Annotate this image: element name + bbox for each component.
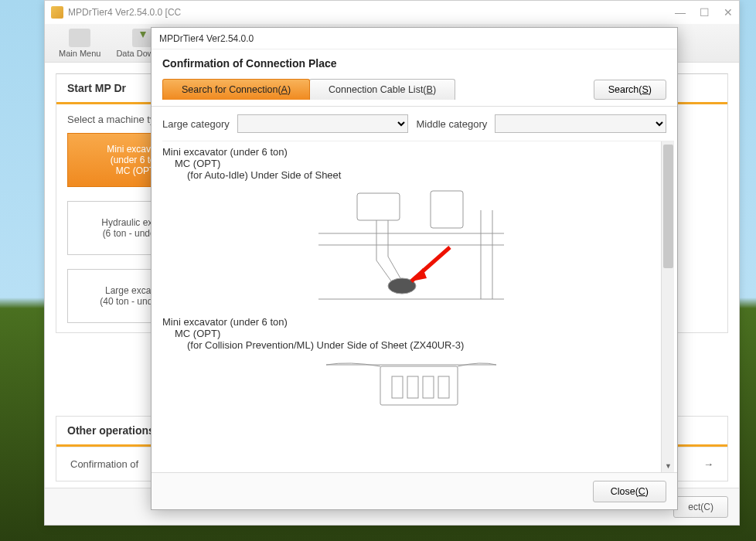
close-button[interactable]: Close(C)	[593, 481, 666, 502]
middle-category-select[interactable]	[495, 114, 666, 133]
result-entry: Mini excavator (under 6 ton) MC (OPT) (f…	[162, 146, 660, 181]
connection-place-dialog: MPDrTier4 Ver2.54.0.0 Confirmation of Co…	[151, 27, 678, 510]
close-window-button[interactable]: ✕	[724, 6, 733, 19]
main-menu-button[interactable]: Main Menu	[51, 27, 108, 60]
btn-key: S	[642, 84, 648, 95]
modal-title-text: MPDrTier4 Ver2.54.0.0	[159, 33, 254, 44]
btn-label: Close(	[611, 486, 639, 497]
other-ops-label: Confirmation of	[70, 458, 138, 470]
middle-category-label: Middle category	[416, 118, 487, 130]
window-buttons: — ☐ ✕	[675, 6, 733, 19]
maximize-button[interactable]: ☐	[700, 6, 710, 19]
large-category-select[interactable]	[237, 114, 409, 133]
main-titlebar: MPDrTier4 Ver2.54.0.0 [CC — ☐ ✕	[45, 1, 739, 24]
entry-line2: MC (OPT)	[162, 328, 660, 339]
tab-label-end: )	[433, 84, 436, 95]
modal-heading: Confirmation of Connection Place	[152, 49, 677, 79]
tab-row: Search for Connection(A) Connection Cabl…	[152, 79, 677, 106]
entry-line3: (for Collision Prevention/ML) Under Side…	[162, 339, 660, 351]
btn-label: Search(	[608, 84, 642, 95]
scrollbar-thumb[interactable]	[663, 145, 673, 268]
tab-label: Connection Cable List(	[329, 84, 426, 95]
scroll-down-icon[interactable]: ▼	[662, 459, 674, 472]
results-area: Mini excavator (under 6 ton) MC (OPT) (f…	[162, 141, 674, 472]
category-row: Large category Middle category	[152, 106, 677, 138]
btn-key: C	[639, 486, 645, 497]
main-title: MPDrTier4 Ver2.54.0.0 [CC	[68, 7, 181, 18]
modal-footer: Close(C)	[152, 472, 677, 509]
svg-rect-14	[438, 376, 449, 398]
result-entry: Mini excavator (under 6 ton) MC (OPT) (f…	[162, 316, 660, 351]
minimize-button[interactable]: —	[675, 6, 686, 19]
main-menu-label: Main Menu	[59, 49, 100, 58]
large-category-label: Large category	[162, 118, 230, 130]
scrollbar[interactable]: ▲ ▼	[661, 141, 674, 472]
entry-line1: Mini excavator (under 6 ton)	[162, 146, 660, 158]
connection-diagram-1	[303, 187, 519, 307]
search-button[interactable]: Search(S)	[594, 80, 666, 100]
btn-label-end: )	[649, 84, 652, 95]
svg-rect-11	[392, 376, 403, 398]
svg-rect-1	[431, 191, 463, 228]
results-scroll[interactable]: Mini excavator (under 6 ton) MC (OPT) (f…	[162, 141, 660, 472]
modal-titlebar: MPDrTier4 Ver2.54.0.0	[152, 28, 677, 49]
entry-line3: (for Auto-Idle) Under Side of Sheet	[162, 169, 660, 181]
svg-rect-0	[357, 193, 400, 220]
tab-search-connection[interactable]: Search for Connection(A)	[162, 79, 310, 100]
entry-line1: Mini excavator (under 6 ton)	[162, 316, 660, 328]
svg-rect-12	[407, 376, 418, 398]
connect-button[interactable]: ect(C)	[673, 496, 728, 518]
tab-label: Search for Connection(	[182, 84, 281, 95]
tab-key: A	[281, 84, 288, 95]
entry-line2: MC (OPT)	[162, 158, 660, 169]
btn-label-end: )	[645, 486, 649, 497]
tab-label-end: )	[288, 84, 291, 95]
arrow-right-icon: →	[703, 458, 713, 470]
app-icon	[51, 6, 63, 19]
main-menu-icon	[69, 29, 90, 47]
tab-key: B	[427, 84, 433, 95]
connection-diagram-2	[303, 357, 519, 411]
svg-rect-13	[423, 376, 434, 398]
tab-cable-list[interactable]: Connection Cable List(B)	[309, 79, 455, 100]
